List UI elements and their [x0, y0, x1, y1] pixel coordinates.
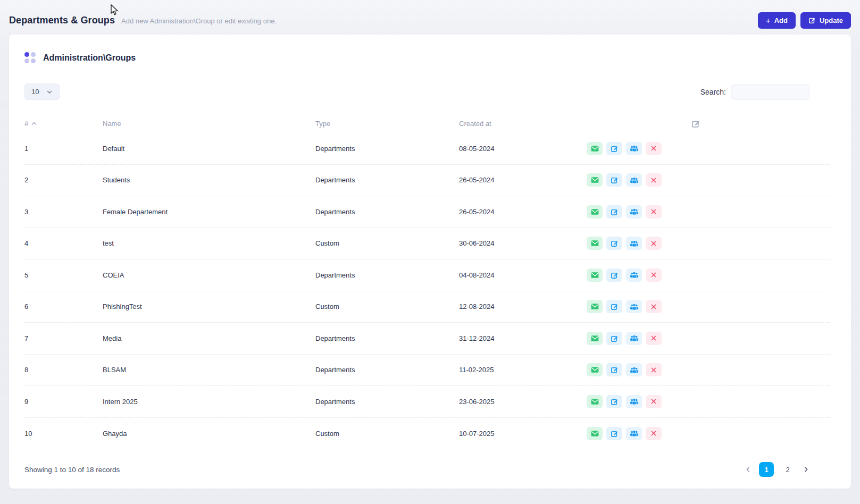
pen-square-icon [611, 366, 619, 374]
page-button-1[interactable]: 1 [759, 462, 774, 477]
delete-group-button[interactable] [646, 427, 662, 440]
delete-group-button[interactable] [646, 142, 662, 155]
send-mail-button[interactable] [587, 395, 603, 408]
row-name: PhishingTest [103, 303, 315, 310]
chevron-down-icon [46, 89, 53, 95]
row-type: Departments [315, 334, 459, 342]
send-mail-button[interactable] [587, 237, 603, 250]
group-members-button[interactable] [626, 205, 642, 219]
users-icon [630, 271, 639, 279]
edit-group-button[interactable] [606, 332, 622, 345]
pagination: 1 2 [744, 462, 810, 477]
column-header-id[interactable]: # [24, 120, 103, 128]
row-id: 6 [24, 303, 103, 310]
envelope-icon [591, 303, 599, 310]
x-icon [650, 430, 657, 436]
envelope-icon [591, 177, 599, 183]
add-button[interactable]: + Add [758, 12, 796, 29]
delete-group-button[interactable] [646, 205, 662, 219]
envelope-icon [591, 208, 599, 215]
edit-group-button[interactable] [606, 395, 622, 408]
table-row: 7 Media Departments 31-12-2024 [24, 323, 830, 355]
group-members-button[interactable] [626, 300, 642, 313]
send-mail-button[interactable] [587, 300, 603, 313]
row-created-at: 26-05-2024 [459, 176, 587, 184]
search-input[interactable] [731, 84, 810, 100]
send-mail-button[interactable] [587, 427, 603, 440]
sort-asc-icon [31, 121, 37, 125]
group-members-button[interactable] [626, 237, 642, 250]
table-row: 3 Female Departement Departments 26-05-2… [24, 196, 830, 228]
group-members-button[interactable] [626, 142, 642, 155]
column-header-type[interactable]: Type [315, 120, 459, 128]
row-name: Media [103, 334, 315, 342]
send-mail-button[interactable] [587, 332, 603, 345]
delete-group-button[interactable] [646, 237, 662, 250]
send-mail-button[interactable] [587, 205, 603, 219]
row-name: Intern 2025 [103, 398, 315, 406]
delete-group-button[interactable] [646, 268, 662, 282]
x-icon [650, 177, 657, 183]
groups-table: # Name Type Created at 1 Default Departm… [9, 100, 851, 449]
send-mail-button[interactable] [587, 173, 603, 187]
row-created-at: 30-06-2024 [459, 239, 587, 247]
edit-group-button[interactable] [606, 142, 622, 155]
page-subtitle: Add new Administration\Group or edit exi… [121, 17, 277, 25]
table-row: 10 Ghayda Custom 10-07-2025 [24, 418, 830, 450]
users-icon [630, 240, 639, 247]
edit-group-button[interactable] [606, 427, 622, 440]
edit-group-button[interactable] [606, 237, 622, 250]
row-created-at: 26-05-2024 [459, 208, 587, 216]
x-icon [650, 208, 657, 215]
pen-square-icon [691, 119, 700, 128]
row-id: 7 [24, 334, 103, 342]
next-page-button[interactable] [801, 465, 810, 474]
users-icon [630, 366, 639, 374]
column-header-created-at[interactable]: Created at [459, 120, 587, 128]
row-type: Departments [315, 398, 459, 406]
group-members-button[interactable] [626, 363, 642, 376]
page-title: Departments & Groups [9, 15, 115, 26]
column-header-name[interactable]: Name [103, 120, 315, 128]
group-members-button[interactable] [626, 395, 642, 408]
send-mail-button[interactable] [587, 142, 603, 155]
x-icon [650, 304, 657, 310]
row-created-at: 08-05-2024 [459, 145, 587, 153]
row-id: 2 [24, 176, 103, 184]
group-members-button[interactable] [626, 173, 642, 187]
send-mail-button[interactable] [587, 268, 603, 282]
edit-group-button[interactable] [606, 363, 622, 376]
edit-group-button[interactable] [606, 268, 622, 282]
edit-group-button[interactable] [606, 300, 622, 313]
x-icon [650, 335, 657, 341]
users-icon [630, 145, 639, 152]
row-name: COEIA [103, 271, 315, 279]
column-header-actions[interactable] [587, 119, 830, 128]
row-type: Departments [315, 208, 459, 216]
table-row: 9 Intern 2025 Departments 23-06-2025 [24, 386, 830, 418]
edit-group-button[interactable] [606, 173, 622, 187]
delete-group-button[interactable] [646, 300, 662, 313]
row-id: 9 [24, 398, 103, 406]
edit-group-button[interactable] [606, 205, 622, 219]
pen-square-icon [808, 16, 816, 24]
pen-square-icon [611, 208, 619, 216]
row-name: test [103, 239, 315, 247]
page-size-select[interactable]: 10 [24, 83, 60, 100]
delete-group-button[interactable] [646, 395, 662, 408]
update-button[interactable]: Update [800, 12, 851, 29]
delete-group-button[interactable] [646, 363, 662, 376]
pen-square-icon [611, 239, 619, 247]
previous-page-button[interactable] [744, 465, 753, 474]
group-members-button[interactable] [626, 268, 642, 282]
group-members-button[interactable] [626, 427, 642, 440]
envelope-icon [591, 366, 599, 373]
group-members-button[interactable] [626, 332, 642, 345]
table-row: 5 COEIA Departments 04-08-2024 [24, 259, 830, 291]
send-mail-button[interactable] [587, 363, 603, 376]
delete-group-button[interactable] [646, 332, 662, 345]
page-button-2[interactable]: 2 [780, 462, 795, 477]
users-icon [630, 398, 639, 405]
x-icon [650, 367, 657, 373]
delete-group-button[interactable] [646, 173, 662, 187]
